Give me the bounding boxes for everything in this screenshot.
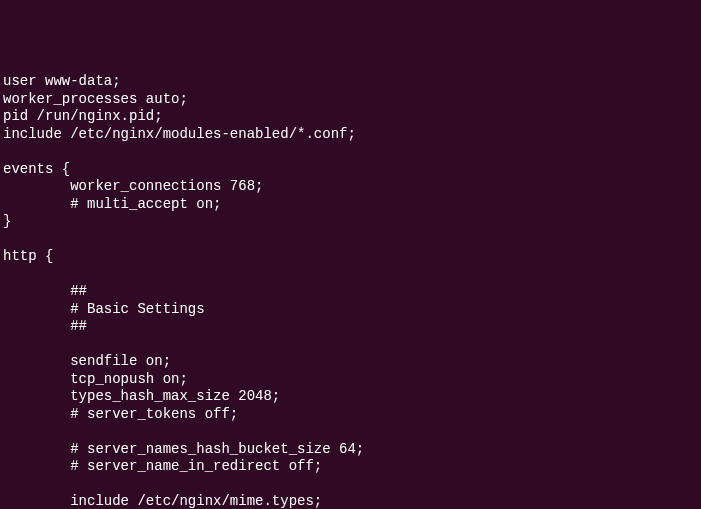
config-line: ##	[3, 318, 87, 334]
config-line: sendfile on;	[3, 353, 171, 369]
config-line: pid /run/nginx.pid;	[3, 108, 163, 124]
config-line: # multi_accept on;	[3, 196, 221, 212]
config-line: include /etc/nginx/mime.types;	[3, 493, 322, 509]
config-line: worker_processes auto;	[3, 91, 188, 107]
config-line: worker_connections 768;	[3, 178, 263, 194]
config-line: # Basic Settings	[3, 301, 205, 317]
config-line: events {	[3, 161, 70, 177]
config-line: # server_names_hash_bucket_size 64;	[3, 441, 364, 457]
config-line: }	[3, 213, 11, 229]
terminal-output[interactable]: user www-data; worker_processes auto; pi…	[3, 73, 698, 509]
config-line: include /etc/nginx/modules-enabled/*.con…	[3, 126, 356, 142]
config-line: ##	[3, 283, 87, 299]
config-line: http {	[3, 248, 53, 264]
config-line: user www-data;	[3, 73, 121, 89]
config-line: tcp_nopush on;	[3, 371, 188, 387]
config-line: types_hash_max_size 2048;	[3, 388, 280, 404]
config-line: # server_tokens off;	[3, 406, 238, 422]
config-line: # server_name_in_redirect off;	[3, 458, 322, 474]
